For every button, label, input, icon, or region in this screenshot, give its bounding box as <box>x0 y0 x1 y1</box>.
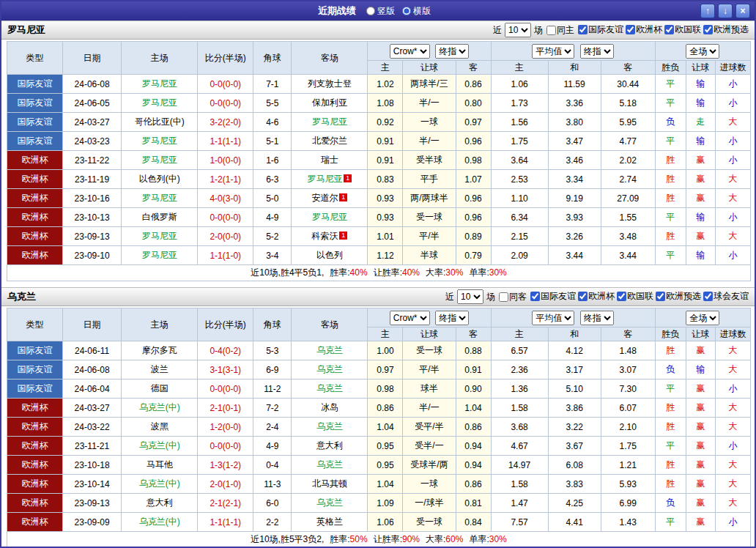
league-filter-checkbox[interactable]: 球会友谊 <box>701 290 749 303</box>
away-odds: 0.81 <box>456 494 491 513</box>
layout-vertical-radio[interactable] <box>366 7 375 15</box>
home-team: 罗马尼亚 <box>122 151 198 170</box>
handicap: 平/半 <box>403 360 456 379</box>
home-team: 意大利 <box>122 494 198 513</box>
odds-provider-select[interactable]: Crow* <box>390 311 430 325</box>
away-team: 乌克兰 <box>292 494 368 513</box>
home-team: 摩尔多瓦 <box>122 341 198 360</box>
league-filter-checkbox[interactable]: 国际友谊 <box>528 290 576 303</box>
home-team: 乌克兰(中) <box>122 513 198 532</box>
result-handicap: 赢 <box>686 399 715 418</box>
league-filter-input[interactable] <box>578 25 588 34</box>
avg-home-odds: 2.53 <box>491 170 548 189</box>
league-type: 欧洲杯 <box>7 246 63 265</box>
avg-draw-odds: 3.80 <box>548 113 601 132</box>
league-filter-input[interactable] <box>626 25 635 34</box>
match-row: 欧洲杯24-03-22波黑1-2(0-0)2-4乌克兰1.04受平/半0.863… <box>7 418 751 437</box>
league-filter-checkbox[interactable]: 欧洲预选 <box>701 23 749 36</box>
handicap: 受一球 <box>403 208 456 227</box>
home-odds: 1.00 <box>368 341 403 360</box>
league-filter-checkbox[interactable]: 国际友谊 <box>576 23 623 36</box>
result-handicap: 赢 <box>686 189 715 208</box>
scope-select[interactable]: 全场 <box>686 311 719 325</box>
home-odds: 0.93 <box>368 189 403 208</box>
league-filter-label: 球会友谊 <box>714 290 749 303</box>
league-filter-input[interactable] <box>578 292 588 301</box>
avg-away-odds: 2.10 <box>601 418 655 437</box>
league-type: 欧洲杯 <box>7 437 63 456</box>
home-team: 哥伦比亚(中) <box>122 113 198 132</box>
avg-time-select[interactable]: 终指 <box>580 44 614 59</box>
league-filter-checkbox[interactable]: 欧洲预选 <box>653 290 701 303</box>
scroll-down-button[interactable]: ↓ <box>718 4 733 18</box>
match-row: 国际友谊24-03-27哥伦比亚(中)3-2(2-0)4-6罗马尼亚0.92一球… <box>7 113 751 132</box>
odds-provider-select[interactable]: Crow* <box>390 44 430 59</box>
same-venue-input[interactable] <box>546 26 556 35</box>
away-odds: 1.07 <box>456 170 491 189</box>
layout-horizontal-radio[interactable] <box>402 7 411 15</box>
corner-count: 11-2 <box>253 379 292 399</box>
odds-time-select[interactable]: 终指 <box>435 44 469 59</box>
league-filter-input[interactable] <box>703 292 713 301</box>
league-filter-checkbox[interactable]: 欧国联 <box>662 23 701 36</box>
match-row: 国际友谊24-06-05罗马尼亚0-0(0-0)5-5保加利亚1.08半/一0.… <box>7 94 751 113</box>
match-score: 0-0(0-0) <box>198 75 253 94</box>
match-date: 23-11-22 <box>63 151 122 170</box>
league-filter-input[interactable] <box>656 292 665 301</box>
same-venue-input[interactable] <box>499 292 508 302</box>
odds-time-select[interactable]: 终指 <box>435 311 469 325</box>
result-goals: 小 <box>715 132 750 151</box>
away-odds: 0.88 <box>456 341 491 360</box>
league-filter-checkbox[interactable]: 欧国联 <box>615 290 653 303</box>
result-winlose: 胜 <box>655 456 686 475</box>
avg-odds-select[interactable]: 平均值 <box>532 311 574 325</box>
league-filter-input[interactable] <box>617 292 626 301</box>
match-score: 1-2(1-1) <box>198 170 253 189</box>
result-handicap: 输 <box>686 360 715 379</box>
league-filter-input[interactable] <box>664 25 674 34</box>
league-type: 欧洲杯 <box>7 189 63 208</box>
match-score: 1-1(1-1) <box>198 132 253 151</box>
home-odds: 1.12 <box>368 246 403 265</box>
match-count-select[interactable]: 10 <box>457 289 483 304</box>
col-score: 比分(半场) <box>198 42 253 75</box>
result-winlose: 平 <box>655 208 686 227</box>
match-row: 欧洲杯23-11-21乌克兰(中)0-0(0-0)4-9意大利0.95受半/一0… <box>7 437 751 456</box>
league-filter-input[interactable] <box>703 25 713 34</box>
league-type: 欧洲杯 <box>7 494 63 513</box>
home-odds: 0.91 <box>368 151 403 170</box>
summary-row: 近10场,胜4平5负1,胜率:40%让胜率:40%大率:30%单率:30% <box>7 265 751 281</box>
league-type: 欧洲杯 <box>7 475 63 494</box>
corner-count: 7-1 <box>253 75 292 94</box>
league-filter-checkbox[interactable]: 欧洲杯 <box>576 290 615 303</box>
corner-count: 6-9 <box>253 360 292 379</box>
same-venue-checkbox[interactable]: 同主 <box>544 24 574 37</box>
league-type: 欧洲杯 <box>7 399 63 418</box>
league-filter-label: 欧国联 <box>675 23 701 36</box>
result-goals: 小 <box>715 379 750 399</box>
match-count-select[interactable]: 10 <box>505 23 531 37</box>
sub-away-avg: 客 <box>601 327 655 341</box>
close-button[interactable]: × <box>735 4 750 18</box>
avg-time-select[interactable]: 终指 <box>580 311 614 325</box>
away-team: 北爱尔兰 <box>292 132 368 151</box>
same-venue-checkbox[interactable]: 同客 <box>497 291 527 303</box>
avg-away-odds: 3.48 <box>601 227 655 246</box>
sub-home-odds: 主 <box>368 61 403 75</box>
scope-select[interactable]: 全场 <box>686 44 719 59</box>
avg-home-odds: 1.06 <box>491 75 548 94</box>
games-label: 场 <box>486 291 495 303</box>
home-odds: 0.95 <box>368 456 403 475</box>
avg-away-odds: 1.43 <box>601 513 655 532</box>
scroll-up-button[interactable]: ↑ <box>700 4 715 18</box>
avg-odds-select[interactable]: 平均值 <box>532 44 574 59</box>
match-date: 23-10-16 <box>63 189 122 208</box>
layout-horizontal-option[interactable]: 横版 <box>402 5 431 18</box>
home-odds: 1.06 <box>368 513 403 532</box>
avg-away-odds: 1.55 <box>601 208 655 227</box>
league-filter-input[interactable] <box>530 292 540 301</box>
league-filter-checkbox[interactable]: 欧洲杯 <box>623 23 662 36</box>
league-type: 国际友谊 <box>7 341 63 360</box>
scope-header: 全场 <box>655 42 750 61</box>
layout-vertical-option[interactable]: 竖版 <box>366 5 395 18</box>
